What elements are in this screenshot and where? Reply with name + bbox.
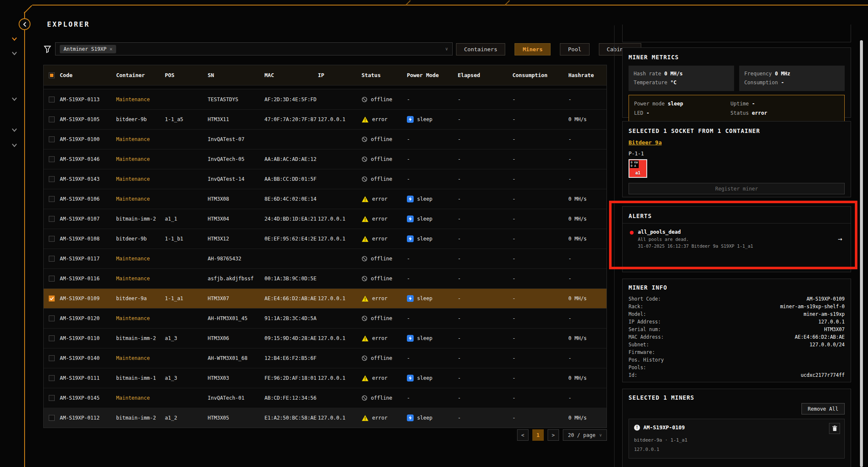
table-row[interactable]: AM-S19XP-0140 Maintenance AH-WTM3X01_68 …	[44, 348, 606, 368]
current-page-button[interactable]: 1	[532, 429, 544, 441]
sidebar-expand-icon-5[interactable]	[11, 142, 18, 149]
table-row[interactable]: AM-S19XP-0117 Maintenance AH-98765432 of…	[44, 249, 606, 268]
row-checkbox[interactable]	[49, 216, 55, 222]
selected-socket-panel: SELECTED 1 SOCKET FROM 1 CONTAINER Bitde…	[622, 121, 851, 197]
next-page-button[interactable]: >	[548, 429, 559, 441]
table-row[interactable]: AM-S19XP-0116 Maintenance asfjb.akdjfbss…	[44, 268, 606, 288]
table-row[interactable]: AM-S19XP-0146 Maintenance InvQATech-05 A…	[44, 149, 606, 169]
cell-power-mode: -	[407, 136, 458, 142]
cell-code: AM-S19XP-0110	[60, 335, 116, 341]
table-row[interactable]: AM-S19XP-0110 bitmain-imm-2 a1_3 HTM3X06…	[44, 328, 606, 348]
row-checkbox[interactable]	[49, 415, 55, 421]
table-row[interactable]: AM-S19XP-0109 bitdeer-9a 1-1_a1 HTM3X07 …	[44, 288, 606, 308]
filter-tag-remove-icon[interactable]: ×	[109, 46, 112, 52]
row-checkbox[interactable]	[49, 256, 55, 262]
row-checkbox[interactable]	[49, 355, 55, 361]
tab-miners[interactable]: Miners	[515, 43, 551, 55]
cell-code: AM-S19XP-0145	[60, 395, 116, 401]
register-miner-button[interactable]: Register miner	[629, 183, 845, 194]
row-checkbox[interactable]	[49, 296, 55, 301]
column-header-container[interactable]: Container	[116, 72, 165, 78]
cell-container: bitmain-imm-2	[116, 335, 165, 341]
filter-dropdown-chevron-icon[interactable]: ∨	[445, 46, 448, 52]
cell-hashrate: -	[568, 176, 607, 182]
filter-tag[interactable]: Antminer S19XP ×	[60, 45, 116, 53]
selected-socket-title: SELECTED 1 SOCKET FROM 1 CONTAINER	[629, 127, 845, 134]
table-row[interactable]: AM-S19XP-0111 bitmain-imm-1 a1_3 HTM3X03…	[44, 368, 606, 388]
row-checkbox[interactable]	[49, 335, 55, 341]
cell-sn: InvQATech-01	[208, 395, 264, 401]
column-header-code[interactable]: Code	[60, 72, 116, 78]
column-header-sn[interactable]: SN	[208, 72, 264, 78]
row-checkbox[interactable]	[49, 315, 55, 321]
column-header-elapsed[interactable]: Elapsed	[458, 72, 512, 78]
table-row[interactable]: AM-S19XP-0145 Maintenance InvQATech-01 A…	[44, 388, 606, 408]
row-checkbox[interactable]	[49, 97, 55, 102]
cell-mac: AA:BB:CC:DD:01:5F	[264, 176, 318, 182]
socket-tile[interactable]: 0 KW 0 A a1	[629, 159, 647, 178]
miner-info-row: Serial num:HTM3X07	[629, 326, 845, 333]
row-checkbox[interactable]	[49, 395, 55, 401]
offline-icon	[362, 156, 367, 162]
column-header-ip[interactable]: IP	[318, 72, 362, 78]
right-panel-scrollbar[interactable]	[860, 40, 863, 467]
cell-status: offline	[362, 256, 407, 262]
cell-power-mode: sleep	[407, 335, 458, 342]
filter-input[interactable]: Antminer S19XP × ∨	[55, 42, 453, 55]
table-row[interactable]: AM-S19XP-0108 bitdeer-9b 1-1_b1 HTM3X12 …	[44, 229, 606, 249]
sidebar-expand-icon-1[interactable]	[11, 36, 18, 42]
column-header-consumption[interactable]: Consumption	[512, 72, 568, 78]
table-row[interactable]: AM-S19XP-0120 Maintenance AH-HTM3X01_45 …	[44, 308, 606, 328]
cell-consumption: -	[512, 256, 568, 262]
remove-all-button[interactable]: Remove All	[801, 403, 845, 414]
row-checkbox[interactable]	[49, 236, 55, 242]
row-checkbox[interactable]	[49, 196, 55, 202]
selected-miner-location: bitdeer-9a · 1-1_a1	[634, 437, 839, 443]
row-checkbox[interactable]	[49, 136, 55, 142]
view-tabs: ContainersMinersPoolCabinets	[456, 43, 641, 55]
table-header-gap	[44, 85, 606, 89]
frequency-label: Frequency	[744, 71, 772, 77]
back-button[interactable]	[19, 18, 31, 30]
socket-kw: 0 KW	[631, 161, 638, 164]
page-size-select[interactable]: 20 / page ∨	[563, 429, 607, 441]
cell-container: bitdeer-9a	[116, 296, 165, 301]
cell-sn: InvQATech-05	[208, 156, 264, 162]
table-row[interactable]: AM-S19XP-0100 Maintenance InvQATest-07 o…	[44, 129, 606, 149]
column-header-power-mode[interactable]: Power Mode	[407, 72, 458, 78]
cell-hashrate: -	[568, 276, 607, 282]
miner-info-row: Short Code:AM-S19XP-0109	[629, 295, 845, 303]
column-header-mac[interactable]: MAC	[264, 72, 318, 78]
tab-containers[interactable]: Containers	[456, 43, 505, 55]
column-header-hashrate[interactable]: Hashrate	[568, 72, 607, 78]
row-checkbox[interactable]	[49, 276, 55, 282]
sleep-power-icon	[407, 295, 414, 302]
row-checkbox[interactable]	[49, 375, 55, 381]
annotation-highlight-box	[609, 201, 857, 269]
cell-consumption: -	[512, 395, 568, 401]
row-checkbox[interactable]	[49, 176, 55, 182]
sidebar-expand-icon-3[interactable]	[11, 96, 18, 102]
row-checkbox[interactable]	[49, 116, 55, 122]
remove-miner-button[interactable]	[829, 423, 840, 434]
tab-pool[interactable]: Pool	[560, 43, 589, 55]
temperature-label: Temperature	[634, 80, 667, 86]
cell-code: AM-S19XP-0108	[60, 236, 116, 242]
table-row[interactable]: AM-S19XP-0113 Maintenance TESTASTDYS AF:…	[44, 89, 606, 109]
container-link[interactable]: Bitdeer 9a	[629, 139, 662, 146]
cell-container: Maintenance	[116, 315, 165, 321]
row-checkbox[interactable]	[49, 156, 55, 162]
cell-power-mode: sleep	[407, 375, 458, 381]
table-row[interactable]: AM-S19XP-0107 bitmain-imm-2 a1_1 HTM3X04…	[44, 209, 606, 229]
select-all-checkbox[interactable]	[49, 72, 55, 78]
prev-page-button[interactable]: <	[517, 429, 529, 441]
sidebar-expand-icon-4[interactable]	[11, 127, 18, 133]
table-row[interactable]: AM-S19XP-0106 Maintenance HTM3X08 8E:6D:…	[44, 189, 606, 209]
table-row[interactable]: AM-S19XP-0112 bitmain-imm-2 a1_2 HTM3X05…	[44, 408, 606, 428]
column-header-status[interactable]: Status	[362, 72, 407, 78]
error-warning-icon	[362, 236, 369, 242]
sidebar-expand-icon-2[interactable]	[11, 50, 18, 57]
table-row[interactable]: AM-S19XP-0143 Maintenance InvQATest-14 A…	[44, 169, 606, 189]
column-header-pos[interactable]: POS	[165, 72, 208, 78]
table-row[interactable]: AM-S19XP-0105 bitdeer-9b 1-1_a5 HTM3X11 …	[44, 109, 606, 129]
